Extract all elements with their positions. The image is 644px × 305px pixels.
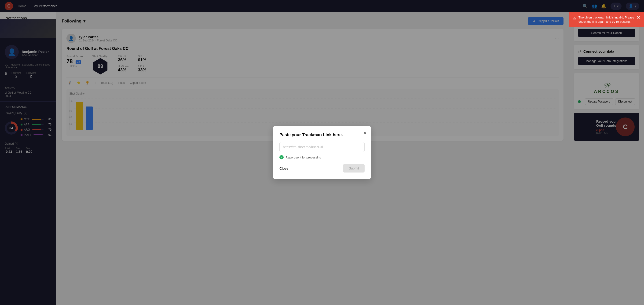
modal-overlay[interactable]: Paste your Trackman Link here. ✕ ✓ Repor…	[0, 0, 644, 305]
toast-message: The given trackman link is invalid. Plea…	[578, 16, 634, 24]
error-toast: ⚠ The given trackman link is invalid. Pl…	[569, 12, 644, 27]
trackman-link-input[interactable]	[280, 142, 364, 152]
modal-title: Paste your Trackman Link here.	[280, 132, 364, 138]
modal-close-x-button[interactable]: ✕	[363, 130, 367, 136]
warning-icon: ⚠	[573, 16, 576, 21]
trackman-modal: Paste your Trackman Link here. ✕ ✓ Repor…	[273, 126, 371, 179]
success-checkmark-icon: ✓	[280, 155, 284, 160]
modal-footer: Close Submit	[280, 164, 364, 172]
modal-close-button[interactable]: Close	[280, 166, 288, 170]
modal-submit-button[interactable]: Submit	[343, 164, 364, 172]
toast-close-button[interactable]: ✕	[637, 16, 640, 20]
modal-success-message: ✓ Report sent for processing	[280, 155, 364, 160]
